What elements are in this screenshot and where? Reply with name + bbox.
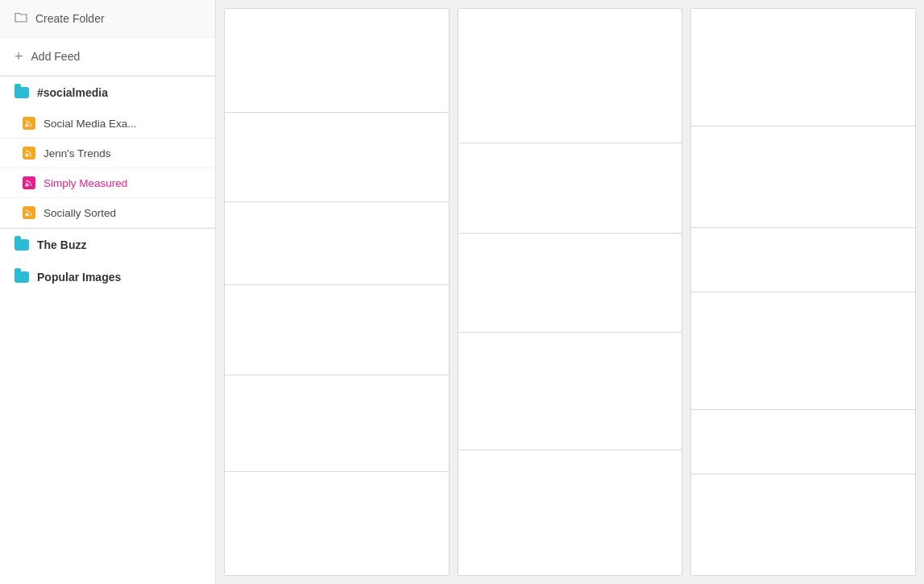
card-item[interactable] xyxy=(225,9,449,113)
feed-socially-sorted-label: Socially Sorted xyxy=(44,207,116,219)
svg-point-3 xyxy=(26,214,28,217)
card-item[interactable] xyxy=(458,234,682,333)
card-item[interactable] xyxy=(691,9,915,126)
folder-popular-images-label: Popular Images xyxy=(37,271,121,284)
svg-point-0 xyxy=(26,125,28,127)
add-feed-label: Add Feed xyxy=(31,50,81,63)
folder-the-buzz[interactable]: The Buzz xyxy=(0,229,215,261)
card-item[interactable] xyxy=(225,285,449,375)
folder-icon-socialmedia xyxy=(15,87,29,98)
rss-icon-social-media-exa xyxy=(23,117,35,130)
card-item[interactable] xyxy=(691,292,915,410)
add-feed-button[interactable]: + Add Feed xyxy=(0,38,215,76)
feed-socially-sorted[interactable]: Socially Sorted xyxy=(0,198,215,228)
card-item[interactable] xyxy=(225,375,449,472)
feed-social-media-exa[interactable]: Social Media Exa... xyxy=(0,109,215,139)
rss-icon-simply-measured xyxy=(23,176,35,189)
folder-popular-images[interactable]: Popular Images xyxy=(0,261,215,293)
folder-icon xyxy=(15,11,27,26)
feed-social-media-exa-label: Social Media Exa... xyxy=(44,118,137,130)
card-column-3 xyxy=(690,8,916,576)
card-item[interactable] xyxy=(458,143,682,234)
feed-simply-measured[interactable]: Simply Measured xyxy=(0,168,215,198)
folder-the-buzz-label: The Buzz xyxy=(37,238,86,251)
card-item[interactable] xyxy=(691,228,915,292)
card-item[interactable] xyxy=(691,474,915,575)
folder-socialmedia-label: #socialmedia xyxy=(37,86,108,99)
card-item[interactable] xyxy=(458,9,682,143)
folder-socialmedia[interactable]: #socialmedia xyxy=(0,77,215,109)
feed-simply-measured-label: Simply Measured xyxy=(44,177,127,189)
card-item[interactable] xyxy=(225,113,449,203)
svg-point-1 xyxy=(26,155,28,157)
plus-icon: + xyxy=(15,49,23,64)
rss-icon-jenns-trends xyxy=(23,147,35,159)
folder-icon-the-buzz xyxy=(15,239,29,251)
feed-jenns-trends[interactable]: Jenn's Trends xyxy=(0,139,215,168)
card-column-2 xyxy=(458,8,683,576)
main-content xyxy=(216,0,924,584)
svg-point-2 xyxy=(26,184,28,187)
create-folder-button[interactable]: Create Folder xyxy=(0,0,215,38)
card-item[interactable] xyxy=(458,450,682,575)
card-column-1 xyxy=(224,8,450,576)
folder-icon-popular-images xyxy=(15,271,29,283)
card-item[interactable] xyxy=(458,333,682,449)
feed-jenns-trends-label: Jenn's Trends xyxy=(44,147,111,159)
rss-icon-socially-sorted xyxy=(23,206,35,219)
card-item[interactable] xyxy=(691,126,915,228)
card-item[interactable] xyxy=(691,410,915,474)
card-item[interactable] xyxy=(225,472,449,575)
sidebar: Create Folder + Add Feed #socialmedia So… xyxy=(0,0,216,584)
create-folder-label: Create Folder xyxy=(35,12,105,25)
card-item[interactable] xyxy=(225,202,449,285)
